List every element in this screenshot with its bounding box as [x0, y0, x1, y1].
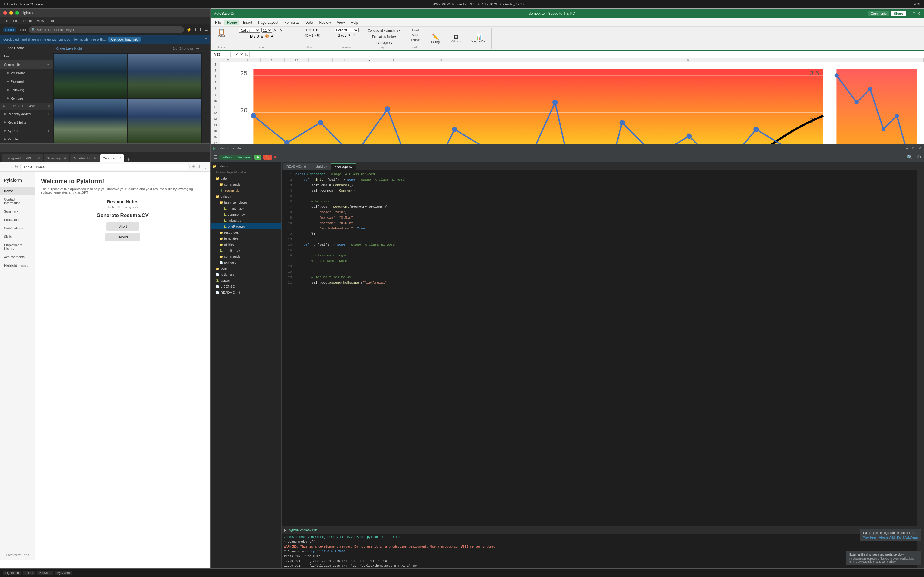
bold-btn[interactable]: B	[250, 34, 253, 39]
excel-comments-btn[interactable]: Comments	[868, 11, 889, 16]
people-item[interactable]: People	[0, 135, 53, 143]
currency-btn[interactable]: $	[338, 33, 340, 37]
decimal-inc-btn[interactable]: .0	[347, 33, 350, 37]
row-12[interactable]: 12	[211, 110, 220, 116]
tree-onepage-py[interactable]: 🐍onePage.py	[211, 223, 281, 229]
menu-help[interactable]: Help	[49, 19, 56, 23]
analyze-data-btn[interactable]: 📊 Analyze Data	[469, 33, 489, 44]
featured-item[interactable]: Featured	[0, 77, 53, 86]
formula-bar-input[interactable]	[249, 52, 922, 57]
taskbar-lightroom[interactable]: Lightroom	[3, 571, 21, 575]
recently-added-item[interactable]: Recently Added ‹	[0, 110, 53, 118]
tree-templates[interactable]: 📁templates	[211, 235, 281, 242]
tree-pylaform-root[interactable]: 📁pylaform	[211, 163, 281, 169]
tree-init-py[interactable]: 🐍__init__.py	[211, 205, 281, 211]
taskbar-excel[interactable]: Excel	[23, 571, 35, 575]
menu-photo[interactable]: Photo	[23, 19, 32, 23]
tree-readme[interactable]: 📄README.md	[211, 290, 281, 296]
nav-home[interactable]: Home	[0, 187, 35, 195]
ide-notification-1[interactable]: IDE project settings can be added to Git…	[859, 529, 921, 541]
align-mid-btn[interactable]: ≡	[309, 28, 311, 32]
taskbar-browser[interactable]: Browser	[37, 571, 53, 575]
row-7[interactable]: 7	[211, 80, 220, 86]
col-k[interactable]: K	[453, 58, 924, 62]
align-top-btn[interactable]: ⊤	[305, 28, 308, 32]
tab-onepage[interactable]: onePage.py	[331, 163, 356, 170]
align-bot-btn[interactable]: ⊥	[312, 28, 315, 32]
tree-app-py[interactable]: 🐍app.py	[211, 277, 281, 284]
align-left-btn[interactable]: ◁	[304, 33, 306, 37]
lr-search-bar[interactable]: 🔍 Search Crater Lake Night	[29, 26, 184, 33]
add-tab-btn[interactable]: +	[124, 157, 132, 162]
check-icon[interactable]: ✓	[235, 52, 238, 56]
debug-btn[interactable]: 🐛	[263, 155, 272, 160]
download-icon[interactable]: ⬇	[197, 164, 201, 169]
browser-tab-1[interactable]: Github.org ✕	[44, 154, 69, 162]
tree-license[interactable]: 📄LICENSE	[211, 284, 281, 290]
nav-certifications[interactable]: Certifications	[0, 224, 35, 232]
row-4[interactable]: 4	[211, 62, 220, 68]
menu-page-layout[interactable]: Page Layout	[256, 20, 281, 25]
addins-btn[interactable]: ⊞ Add-ins	[449, 33, 462, 44]
taskbar-pycharm[interactable]: PyCharm	[55, 571, 72, 575]
download-link-btn[interactable]: Get download link	[108, 37, 141, 42]
insert-cells-btn[interactable]: Insert	[410, 28, 421, 33]
short-btn[interactable]: Short	[106, 222, 139, 230]
tree-commands[interactable]: 📁commands	[211, 181, 281, 187]
nav-forward-btn[interactable]: →	[9, 164, 13, 169]
browser-tab-0[interactable]: Editing six-flakes/RE... ✕	[2, 154, 43, 162]
win-restore[interactable]: □	[913, 11, 915, 16]
tab-readme[interactable]: README.md	[283, 163, 310, 170]
run-btn[interactable]: ▶	[254, 155, 262, 160]
increase-font-btn[interactable]: A⁺	[273, 28, 278, 33]
search-everywhere-icon[interactable]: 🔍	[907, 154, 913, 160]
tree-gitignore[interactable]: 📄.gitignore	[211, 271, 281, 277]
banner-close-icon[interactable]: ✕	[205, 37, 207, 42]
bookmark-btn[interactable]: ★	[191, 164, 195, 169]
align-center-btn[interactable]: ▷◁	[307, 33, 313, 37]
col-b[interactable]: B	[236, 58, 260, 62]
italic-btn[interactable]: I	[254, 34, 255, 39]
underline-btn[interactable]: U	[256, 34, 259, 39]
cell-name-box[interactable]	[213, 52, 231, 57]
menu-data[interactable]: Data	[303, 20, 315, 25]
tab-close-3[interactable]: ✕	[118, 156, 121, 160]
row-6[interactable]: 6	[211, 74, 220, 80]
merge-btn[interactable]: ⊞	[317, 33, 320, 37]
delete-cells-btn[interactable]: Delete	[409, 33, 421, 37]
photo-cell-4[interactable]	[128, 99, 201, 143]
tree-latex-templates[interactable]: 📁latex_templates	[211, 199, 281, 205]
minimize-btn[interactable]	[9, 11, 13, 15]
nav-contact[interactable]: Contact Information	[0, 195, 35, 207]
share-icon[interactable]: ⬆	[194, 27, 197, 32]
tab-close-0[interactable]: ✕	[37, 156, 40, 160]
recent-edits-item[interactable]: Recent Edits	[0, 118, 53, 127]
col-h[interactable]: H	[381, 58, 405, 62]
tree-commands2[interactable]: 📁commands	[211, 253, 281, 259]
win-minimize[interactable]: ─	[908, 11, 911, 16]
settings-gear-icon[interactable]: ⚙	[917, 154, 921, 160]
menu-view[interactable]: View	[334, 20, 347, 25]
tree-init2-py[interactable]: 🐍__init__.py	[211, 247, 281, 253]
nav-employment[interactable]: Employment History	[0, 241, 35, 253]
following-item[interactable]: Following	[0, 86, 53, 94]
menu-home[interactable]: Home	[225, 20, 239, 25]
row-11[interactable]: 11	[211, 104, 220, 110]
win-max-btn[interactable]: □	[912, 147, 914, 150]
row-14[interactable]: 14	[211, 122, 220, 128]
nav-achievements[interactable]: Achievements	[0, 253, 35, 261]
view-files-link[interactable]: View Files	[863, 536, 876, 539]
fill-color-btn[interactable]: 🎨	[265, 34, 270, 39]
menu-file[interactable]: File	[213, 20, 223, 25]
comma-btn[interactable]: ,	[345, 33, 346, 37]
toolbar-menu-icon[interactable]: ☰	[213, 154, 218, 160]
wrap-text-btn[interactable]: ↵	[316, 28, 319, 32]
number-format-select[interactable]: General	[334, 28, 359, 32]
col-e[interactable]: E	[309, 58, 333, 62]
tab-close-1[interactable]: ✕	[63, 156, 66, 160]
col-i[interactable]: I	[405, 58, 429, 62]
maximize-btn[interactable]	[15, 11, 19, 15]
tree-data[interactable]: 📁data	[211, 175, 281, 181]
decrease-font-btn[interactable]: A⁻	[279, 28, 284, 33]
hybrid-btn[interactable]: Hybrid	[105, 233, 140, 242]
